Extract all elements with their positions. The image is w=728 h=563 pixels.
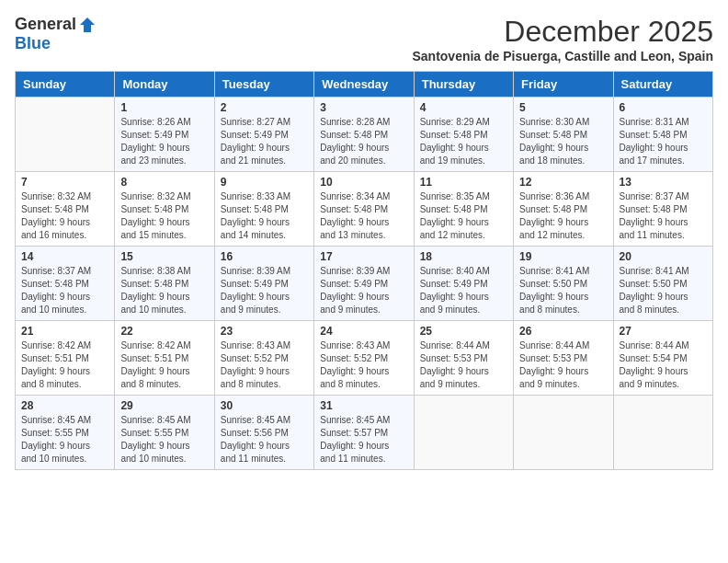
- calendar-cell: 19Sunrise: 8:41 AM Sunset: 5:50 PM Dayli…: [514, 247, 613, 321]
- logo-icon: [78, 16, 97, 34]
- calendar-cell: 28Sunrise: 8:45 AM Sunset: 5:55 PM Dayli…: [16, 396, 115, 470]
- day-info: Sunrise: 8:41 AM Sunset: 5:50 PM Dayligh…: [519, 265, 607, 316]
- calendar-cell: 31Sunrise: 8:45 AM Sunset: 5:57 PM Dayli…: [314, 396, 414, 470]
- day-number: 26: [519, 325, 607, 338]
- day-info: Sunrise: 8:35 AM Sunset: 5:48 PM Dayligh…: [420, 190, 507, 242]
- day-of-week-header: Tuesday: [214, 72, 313, 98]
- calendar-table: SundayMondayTuesdayWednesdayThursdayFrid…: [15, 71, 713, 470]
- calendar-cell: 2Sunrise: 8:27 AM Sunset: 5:49 PM Daylig…: [214, 98, 313, 172]
- day-number: 13: [620, 176, 707, 189]
- day-of-week-header: Wednesday: [314, 72, 414, 98]
- calendar-cell: 25Sunrise: 8:44 AM Sunset: 5:53 PM Dayli…: [414, 321, 513, 396]
- day-info: Sunrise: 8:45 AM Sunset: 5:56 PM Dayligh…: [221, 414, 308, 465]
- day-number: 28: [21, 399, 108, 412]
- calendar-cell: 14Sunrise: 8:37 AM Sunset: 5:48 PM Dayli…: [16, 247, 115, 321]
- day-info: Sunrise: 8:37 AM Sunset: 5:48 PM Dayligh…: [21, 265, 108, 316]
- day-of-week-header: Friday: [514, 72, 613, 98]
- month-title: December 2025: [412, 15, 713, 49]
- day-number: 7: [21, 176, 108, 189]
- calendar-cell: 20Sunrise: 8:41 AM Sunset: 5:50 PM Dayli…: [613, 247, 712, 321]
- location-subtitle: Santovenia de Pisuerga, Castille and Leo…: [412, 49, 713, 63]
- day-info: Sunrise: 8:32 AM Sunset: 5:48 PM Dayligh…: [21, 190, 108, 242]
- day-number: 18: [420, 250, 507, 263]
- day-info: Sunrise: 8:30 AM Sunset: 5:48 PM Dayligh…: [519, 116, 607, 167]
- day-info: Sunrise: 8:43 AM Sunset: 5:52 PM Dayligh…: [320, 339, 407, 391]
- day-info: Sunrise: 8:33 AM Sunset: 5:48 PM Dayligh…: [221, 190, 308, 242]
- calendar-cell: [613, 396, 712, 470]
- day-number: 27: [620, 325, 707, 338]
- day-info: Sunrise: 8:34 AM Sunset: 5:48 PM Dayligh…: [320, 190, 407, 242]
- calendar-cell: 5Sunrise: 8:30 AM Sunset: 5:48 PM Daylig…: [514, 98, 613, 172]
- day-info: Sunrise: 8:45 AM Sunset: 5:55 PM Dayligh…: [21, 414, 108, 465]
- day-number: 22: [120, 325, 208, 338]
- day-number: 5: [519, 101, 607, 114]
- day-number: 29: [120, 399, 208, 412]
- calendar-cell: 6Sunrise: 8:31 AM Sunset: 5:48 PM Daylig…: [613, 98, 712, 172]
- day-info: Sunrise: 8:44 AM Sunset: 5:53 PM Dayligh…: [519, 339, 607, 391]
- calendar-cell: 21Sunrise: 8:42 AM Sunset: 5:51 PM Dayli…: [16, 321, 115, 396]
- day-info: Sunrise: 8:31 AM Sunset: 5:48 PM Dayligh…: [620, 116, 707, 167]
- day-info: Sunrise: 8:26 AM Sunset: 5:49 PM Dayligh…: [120, 116, 208, 167]
- day-info: Sunrise: 8:44 AM Sunset: 5:54 PM Dayligh…: [620, 339, 707, 391]
- calendar-cell: 3Sunrise: 8:28 AM Sunset: 5:48 PM Daylig…: [314, 98, 414, 172]
- day-number: 23: [221, 325, 308, 338]
- calendar-week-row: 14Sunrise: 8:37 AM Sunset: 5:48 PM Dayli…: [16, 247, 713, 321]
- calendar-cell: 7Sunrise: 8:32 AM Sunset: 5:48 PM Daylig…: [16, 172, 115, 247]
- day-of-week-header: Thursday: [414, 72, 513, 98]
- day-number: 31: [320, 399, 407, 412]
- day-info: Sunrise: 8:29 AM Sunset: 5:48 PM Dayligh…: [420, 116, 507, 167]
- logo-general-text: General: [15, 15, 76, 34]
- calendar-week-row: 1Sunrise: 8:26 AM Sunset: 5:49 PM Daylig…: [16, 98, 713, 172]
- calendar-cell: 10Sunrise: 8:34 AM Sunset: 5:48 PM Dayli…: [314, 172, 414, 247]
- day-number: 20: [620, 250, 707, 263]
- calendar-cell: 27Sunrise: 8:44 AM Sunset: 5:54 PM Dayli…: [613, 321, 712, 396]
- day-number: 4: [420, 101, 507, 114]
- day-number: 3: [320, 101, 407, 114]
- calendar-cell: 24Sunrise: 8:43 AM Sunset: 5:52 PM Dayli…: [314, 321, 414, 396]
- day-number: 8: [120, 176, 208, 189]
- calendar-cell: 16Sunrise: 8:39 AM Sunset: 5:49 PM Dayli…: [214, 247, 313, 321]
- calendar-cell: 17Sunrise: 8:39 AM Sunset: 5:49 PM Dayli…: [314, 247, 414, 321]
- day-number: 10: [320, 176, 407, 189]
- day-of-week-header: Monday: [115, 72, 214, 98]
- day-info: Sunrise: 8:37 AM Sunset: 5:48 PM Dayligh…: [620, 190, 707, 242]
- day-info: Sunrise: 8:28 AM Sunset: 5:48 PM Dayligh…: [320, 116, 407, 167]
- calendar-cell: 22Sunrise: 8:42 AM Sunset: 5:51 PM Dayli…: [115, 321, 214, 396]
- day-number: 17: [320, 250, 407, 263]
- day-of-week-header: Sunday: [16, 72, 115, 98]
- day-info: Sunrise: 8:32 AM Sunset: 5:48 PM Dayligh…: [120, 190, 208, 242]
- day-number: 6: [620, 101, 707, 114]
- calendar-cell: [16, 98, 115, 172]
- day-info: Sunrise: 8:27 AM Sunset: 5:49 PM Dayligh…: [221, 116, 308, 167]
- calendar-cell: 11Sunrise: 8:35 AM Sunset: 5:48 PM Dayli…: [414, 172, 513, 247]
- day-number: 1: [120, 101, 208, 114]
- day-of-week-header: Saturday: [613, 72, 712, 98]
- day-number: 30: [221, 399, 308, 412]
- calendar-cell: 4Sunrise: 8:29 AM Sunset: 5:48 PM Daylig…: [414, 98, 513, 172]
- day-number: 19: [519, 250, 607, 263]
- day-number: 9: [221, 176, 308, 189]
- day-info: Sunrise: 8:44 AM Sunset: 5:53 PM Dayligh…: [420, 339, 507, 391]
- calendar-cell: 13Sunrise: 8:37 AM Sunset: 5:48 PM Dayli…: [613, 172, 712, 247]
- day-info: Sunrise: 8:43 AM Sunset: 5:52 PM Dayligh…: [221, 339, 308, 391]
- calendar-cell: 26Sunrise: 8:44 AM Sunset: 5:53 PM Dayli…: [514, 321, 613, 396]
- day-info: Sunrise: 8:45 AM Sunset: 5:57 PM Dayligh…: [320, 414, 407, 465]
- day-number: 12: [519, 176, 607, 189]
- day-info: Sunrise: 8:42 AM Sunset: 5:51 PM Dayligh…: [21, 339, 108, 391]
- calendar-header-row: SundayMondayTuesdayWednesdayThursdayFrid…: [16, 72, 713, 98]
- day-info: Sunrise: 8:42 AM Sunset: 5:51 PM Dayligh…: [120, 339, 208, 391]
- day-number: 11: [420, 176, 507, 189]
- logo: General Blue: [15, 15, 97, 53]
- calendar-cell: 8Sunrise: 8:32 AM Sunset: 5:48 PM Daylig…: [115, 172, 214, 247]
- day-number: 25: [420, 325, 507, 338]
- day-number: 16: [221, 250, 308, 263]
- calendar-cell: 29Sunrise: 8:45 AM Sunset: 5:55 PM Dayli…: [115, 396, 214, 470]
- day-info: Sunrise: 8:39 AM Sunset: 5:49 PM Dayligh…: [221, 265, 308, 316]
- calendar-week-row: 28Sunrise: 8:45 AM Sunset: 5:55 PM Dayli…: [16, 396, 713, 470]
- calendar-cell: 18Sunrise: 8:40 AM Sunset: 5:49 PM Dayli…: [414, 247, 513, 321]
- calendar-cell: 23Sunrise: 8:43 AM Sunset: 5:52 PM Dayli…: [214, 321, 313, 396]
- day-number: 15: [120, 250, 208, 263]
- calendar-cell: 15Sunrise: 8:38 AM Sunset: 5:48 PM Dayli…: [115, 247, 214, 321]
- day-info: Sunrise: 8:45 AM Sunset: 5:55 PM Dayligh…: [120, 414, 208, 465]
- calendar-cell: 1Sunrise: 8:26 AM Sunset: 5:49 PM Daylig…: [115, 98, 214, 172]
